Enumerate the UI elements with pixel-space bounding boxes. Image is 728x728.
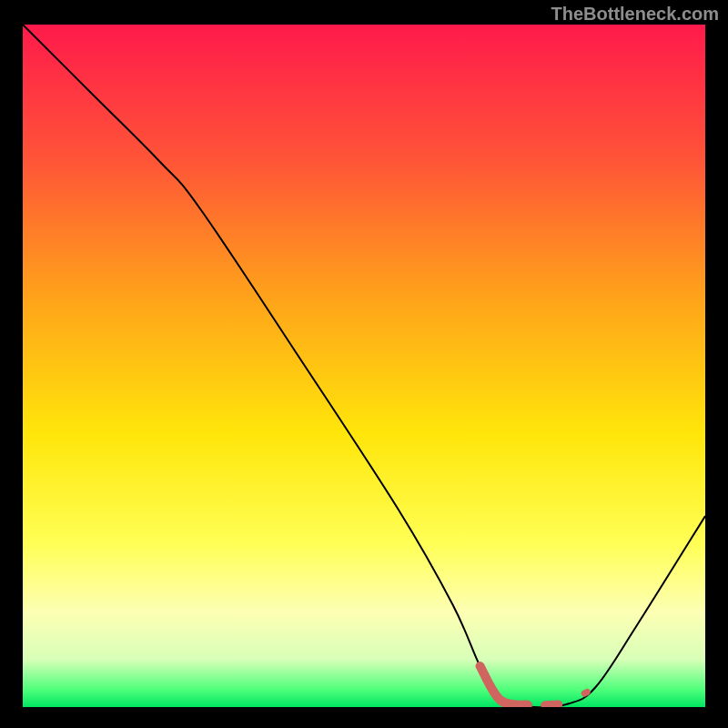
optimal-zone-dot1 [545, 704, 559, 705]
attribution-text: TheBottleneck.com [551, 4, 719, 25]
chart-svg [23, 25, 705, 707]
chart-plot [23, 25, 705, 707]
optimal-zone-dot2 [584, 693, 587, 694]
